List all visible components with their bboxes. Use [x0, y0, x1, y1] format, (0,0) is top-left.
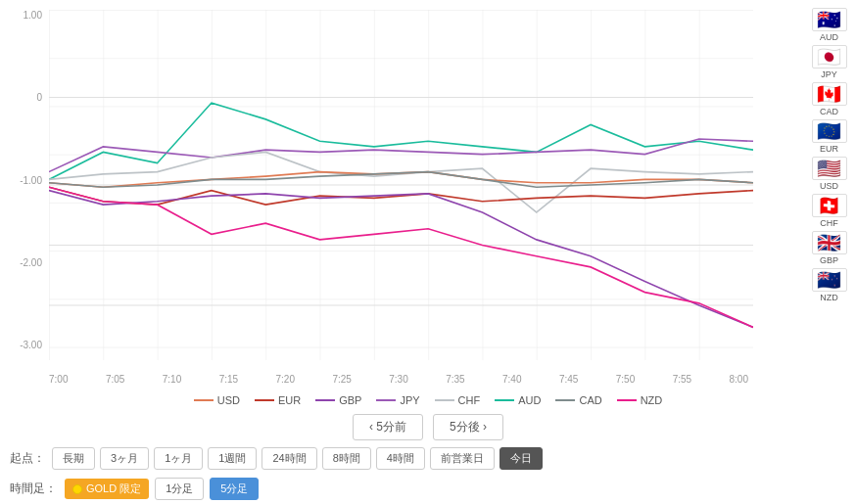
x-axis: 7:00 7:05 7:10 7:15 7:20 7:25 7:30 7:35 …: [49, 374, 748, 385]
x-label-745: 7:45: [559, 374, 578, 385]
usd-legend-label: USD: [217, 394, 240, 406]
x-label-755: 7:55: [673, 374, 691, 385]
prev-button[interactable]: ‹ 5分前: [353, 414, 423, 440]
nzd-flag-label: NZD: [820, 293, 838, 302]
flag-aud[interactable]: 🇦🇺 AUD: [812, 8, 847, 42]
eur-flag-label: EUR: [820, 144, 838, 154]
legend-area: USD EUR GBP JPY CHF AUD CAD NZD: [0, 389, 856, 411]
period-btn-today[interactable]: 今日: [499, 447, 543, 470]
timeframe-row: 時間足： GOLD 限定 1分足 5分足: [0, 474, 856, 504]
legend-nzd: NZD: [617, 394, 663, 406]
flag-jpy[interactable]: 🇯🇵 JPY: [812, 45, 847, 79]
x-label-710: 7:10: [163, 374, 181, 385]
usd-flag-label: USD: [820, 181, 838, 191]
gbp-legend-line: [315, 399, 335, 401]
jpy-flag-img: 🇯🇵: [812, 45, 847, 69]
cad-flag-label: CAD: [820, 107, 838, 116]
y-axis: 1.00 0 -1.00 -2.00 -3.00: [0, 10, 47, 350]
tf-btn-5min[interactable]: 5分足: [210, 478, 259, 500]
y-label-n150: -1.00: [20, 175, 42, 186]
x-label-720: 7:20: [276, 374, 295, 385]
usd-flag-img: 🇺🇸: [812, 157, 847, 180]
x-label-725: 7:25: [332, 374, 351, 385]
aud-legend-label: AUD: [518, 394, 541, 406]
chf-flag-label: CHF: [820, 218, 838, 228]
y-label-n300: -3.00: [20, 340, 42, 350]
next-button[interactable]: 5分後 ›: [433, 414, 503, 440]
legend-jpy: JPY: [376, 394, 419, 406]
period-btn-1w[interactable]: 1週間: [208, 447, 257, 470]
aud-flag-img: 🇦🇺: [812, 8, 847, 31]
period-row: 起点： 長期 3ヶ月 1ヶ月 1週間 24時間 8時間 4時間 前営業日 今日: [0, 443, 856, 474]
chart-area: 1.00 0 -1.00 -2.00 -3.00 7:00 7:05 7:10 …: [0, 0, 856, 389]
tf-btn-1min[interactable]: 1分足: [155, 478, 204, 500]
gbp-flag-img: 🇬🇧: [812, 231, 847, 254]
chf-legend-label: CHF: [458, 394, 481, 406]
x-label-800: 8:00: [730, 374, 748, 385]
usd-legend-line: [194, 399, 214, 401]
chart-wrapper: 1.00 0 -1.00 -2.00 -3.00 7:00 7:05 7:10 …: [0, 0, 802, 389]
legend-chf: CHF: [435, 394, 481, 406]
gbp-flag-label: GBP: [820, 255, 838, 265]
x-label-715: 7:15: [219, 374, 238, 385]
flag-cad[interactable]: 🇨🇦 CAD: [812, 82, 847, 116]
gold-badge[interactable]: GOLD 限定: [65, 479, 149, 499]
legend-usd: USD: [194, 394, 240, 406]
legend-aud: AUD: [495, 394, 541, 406]
main-container: 1.00 0 -1.00 -2.00 -3.00 7:00 7:05 7:10 …: [0, 0, 856, 504]
x-label-705: 7:05: [106, 374, 124, 385]
flag-nzd[interactable]: 🇳🇿 NZD: [812, 268, 847, 302]
legend-eur: EUR: [255, 394, 301, 406]
jpy-flag-label: JPY: [821, 69, 837, 79]
cad-flag-img: 🇨🇦: [812, 82, 847, 106]
aud-flag-label: AUD: [820, 32, 838, 42]
flag-eur[interactable]: 🇪🇺 EUR: [812, 119, 847, 154]
period-label: 起点：: [10, 450, 45, 467]
nav-buttons: ‹ 5分前 5分後 ›: [0, 411, 856, 443]
chf-legend-line: [435, 399, 454, 401]
flag-usd[interactable]: 🇺🇸 USD: [812, 157, 847, 191]
period-btn-prev[interactable]: 前営業日: [430, 447, 495, 470]
y-label-n250: -2.00: [20, 257, 42, 268]
y-label-150: 1.00: [24, 10, 42, 21]
eur-flag-img: 🇪🇺: [812, 119, 847, 143]
jpy-legend-line: [376, 399, 396, 401]
eur-legend-label: EUR: [278, 394, 301, 406]
period-btn-8h[interactable]: 8時間: [322, 447, 371, 470]
flag-chf[interactable]: 🇨🇭 CHF: [812, 194, 847, 228]
timeframe-label: 時間足：: [10, 481, 57, 497]
nzd-legend-line: [617, 399, 637, 401]
eur-legend-line: [255, 399, 274, 401]
nzd-legend-label: NZD: [641, 394, 663, 406]
nzd-flag-img: 🇳🇿: [812, 268, 847, 292]
cad-legend-label: CAD: [579, 394, 601, 406]
gbp-legend-label: GBP: [339, 394, 361, 406]
gold-icon: [72, 484, 82, 494]
period-btn-1m[interactable]: 1ヶ月: [154, 447, 203, 470]
y-label-0: 0: [36, 92, 42, 103]
aud-legend-line: [495, 399, 514, 401]
gold-label: GOLD 限定: [86, 481, 141, 496]
period-btn-long[interactable]: 長期: [52, 447, 95, 470]
x-label-730: 7:30: [389, 374, 407, 385]
period-btn-4h[interactable]: 4時間: [376, 447, 425, 470]
jpy-legend-label: JPY: [400, 394, 419, 406]
period-btn-3m[interactable]: 3ヶ月: [100, 447, 149, 470]
cad-legend-line: [555, 399, 575, 401]
x-label-700: 7:00: [49, 374, 68, 385]
flag-gbp[interactable]: 🇬🇧 GBP: [812, 231, 847, 265]
x-label-735: 7:35: [446, 374, 464, 385]
legend-gbp: GBP: [315, 394, 361, 406]
chf-flag-img: 🇨🇭: [812, 194, 847, 217]
chart-svg: [49, 10, 753, 360]
x-label-750: 7:50: [616, 374, 635, 385]
period-btn-24h[interactable]: 24時間: [262, 447, 316, 470]
legend-cad: CAD: [555, 394, 601, 406]
x-label-740: 7:40: [502, 374, 521, 385]
flag-sidebar: 🇦🇺 AUD 🇯🇵 JPY 🇨🇦 CAD 🇪🇺 EUR 🇺🇸 USD 🇨🇭: [802, 0, 856, 389]
